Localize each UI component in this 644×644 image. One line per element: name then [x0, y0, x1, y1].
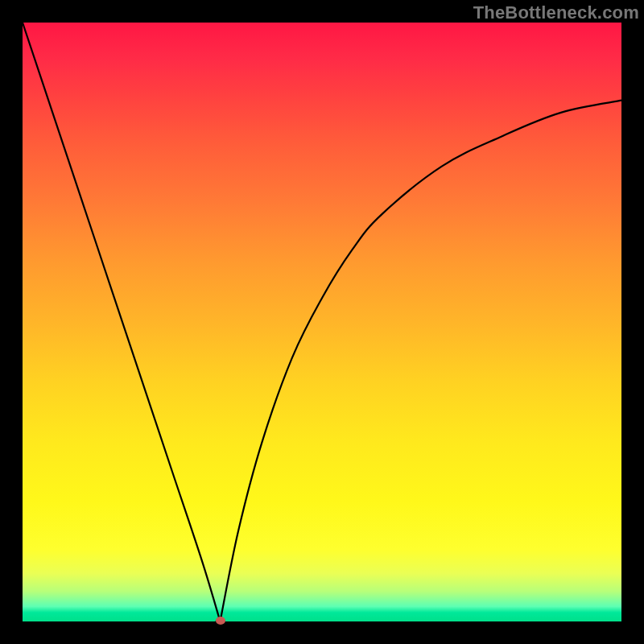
- plot-area: [23, 23, 621, 621]
- watermark-text: TheBottleneck.com: [473, 2, 639, 23]
- curve-path: [23, 23, 621, 621]
- bottleneck-curve: [23, 23, 621, 621]
- chart-frame: TheBottleneck.com: [0, 0, 644, 644]
- minimum-marker: [216, 617, 225, 625]
